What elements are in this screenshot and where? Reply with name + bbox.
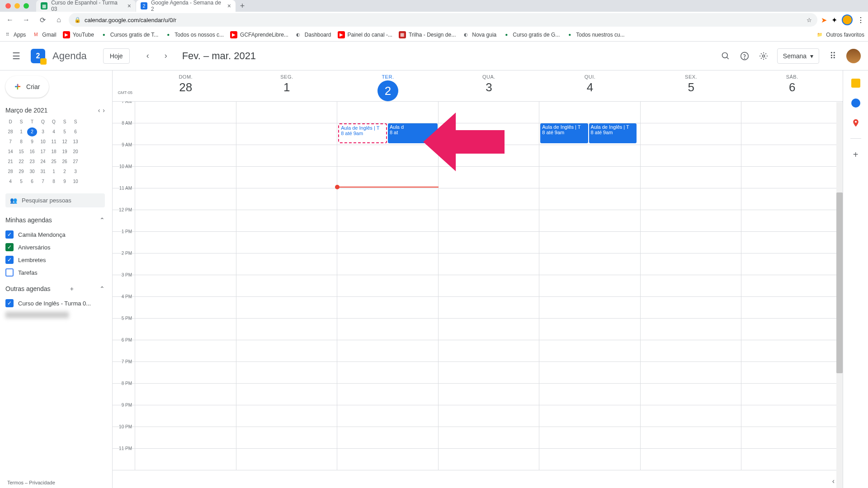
other-bookmarks[interactable]: 📁Outros favoritos: [816, 31, 864, 38]
calendar-list-item[interactable]: Tarefas: [5, 266, 105, 279]
vertical-scrollbar[interactable]: [836, 102, 843, 488]
mini-day[interactable]: 15: [16, 147, 26, 156]
checkbox[interactable]: ✓: [5, 299, 14, 307]
mini-day[interactable]: 11: [49, 137, 59, 146]
bookmark-item[interactable]: ●Cursos gratis de T...: [100, 31, 159, 38]
checkbox[interactable]: [5, 268, 14, 277]
mini-day[interactable]: 3: [38, 127, 48, 136]
bookmark-item[interactable]: ▦Trilha - Design de...: [399, 31, 456, 38]
gmail-bookmark[interactable]: MGmail: [32, 31, 56, 38]
star-icon[interactable]: ☆: [807, 17, 812, 23]
mini-day[interactable]: 18: [49, 147, 59, 156]
calendar-list-item[interactable]: ✓Lembretes: [5, 253, 105, 266]
keep-icon[interactable]: [851, 79, 860, 88]
mini-day[interactable]: 7: [38, 177, 48, 186]
main-menu-button[interactable]: ☰: [7, 47, 25, 65]
maps-icon[interactable]: [851, 118, 860, 127]
day-header[interactable]: DOM.28: [135, 70, 236, 101]
day-column[interactable]: [641, 102, 742, 470]
mini-day[interactable]: 30: [27, 167, 37, 176]
mini-day[interactable]: 20: [71, 147, 80, 156]
mini-day[interactable]: 4: [5, 177, 15, 186]
address-bar[interactable]: 🔒 calendar.google.com/calendar/u/0/r ☆: [69, 13, 817, 27]
back-button[interactable]: ←: [4, 14, 16, 26]
calendar-list-item[interactable]: ✓Curso de Inglês - Turma 0...: [5, 297, 105, 310]
mini-day[interactable]: 10: [38, 137, 48, 146]
day-column[interactable]: [135, 102, 236, 470]
day-header[interactable]: TER.2: [337, 70, 439, 101]
checkbox[interactable]: ✓: [5, 256, 14, 264]
search-people-input[interactable]: 👥 Pesquisar pessoas: [5, 193, 105, 207]
mini-day[interactable]: 7: [5, 137, 15, 146]
mini-day[interactable]: 13: [71, 137, 80, 146]
calendar-list-item[interactable]: ✓Camila Mendonça: [5, 228, 105, 241]
mini-day[interactable]: 22: [16, 157, 26, 166]
prev-month-button[interactable]: ‹: [98, 107, 100, 114]
mini-day[interactable]: 6: [71, 127, 80, 136]
youtube-bookmark[interactable]: ▶YouTube: [63, 31, 94, 38]
mini-day[interactable]: 27: [71, 157, 80, 166]
mini-day[interactable]: 21: [5, 157, 15, 166]
view-selector[interactable]: Semana▾: [777, 48, 819, 64]
mini-day[interactable]: 23: [27, 157, 37, 166]
bookmark-item[interactable]: ▶GCFAprendeLibre...: [230, 31, 288, 38]
extension-icon[interactable]: ➤: [821, 16, 827, 24]
close-tab-icon[interactable]: ×: [227, 2, 231, 9]
bookmark-item[interactable]: ●Todos os nossos c...: [165, 31, 224, 38]
other-calendars-section[interactable]: Outras agendas + ⌃: [5, 285, 105, 292]
settings-icon[interactable]: [758, 51, 769, 61]
prev-week-button[interactable]: ‹: [141, 49, 155, 63]
mini-day[interactable]: 4: [49, 127, 59, 136]
today-button[interactable]: Hoje: [103, 48, 130, 64]
bookmark-item[interactable]: ◐Dashboard: [295, 31, 331, 38]
reload-button[interactable]: ⟳: [36, 14, 49, 26]
day-header[interactable]: SÁB.6: [741, 70, 843, 101]
mini-day[interactable]: 1: [49, 167, 59, 176]
browser-tab-1[interactable]: ▦ Curso de Espanhol - Turma 03 ×: [36, 0, 136, 12]
mini-day[interactable]: 3: [71, 167, 80, 176]
next-month-button[interactable]: ›: [103, 107, 105, 114]
event-drag-ghost[interactable]: Aula de Inglês | T 8 até 9am: [338, 123, 387, 143]
mini-day[interactable]: 1: [16, 127, 26, 136]
calendar-event[interactable]: Aula de Inglês | T 8 até 9am: [589, 123, 637, 143]
mini-day[interactable]: 5: [60, 127, 70, 136]
apps-bookmark[interactable]: ⠿Apps: [4, 31, 26, 38]
calendar-list-item[interactable]: ✓Aniversários: [5, 241, 105, 253]
minimize-window[interactable]: [14, 3, 20, 9]
account-avatar[interactable]: [846, 49, 861, 63]
mini-day[interactable]: 2: [27, 127, 37, 136]
mini-day[interactable]: 28: [5, 167, 15, 176]
mini-day[interactable]: 6: [27, 177, 37, 186]
create-button[interactable]: + Criar: [5, 76, 49, 98]
add-calendar-icon[interactable]: +: [70, 285, 74, 292]
day-column[interactable]: [539, 102, 641, 470]
mini-day[interactable]: 8: [16, 137, 26, 146]
mini-day[interactable]: 2: [60, 167, 70, 176]
mini-day[interactable]: 14: [5, 147, 15, 156]
close-tab-icon[interactable]: ×: [127, 2, 131, 9]
day-header[interactable]: SEX.5: [641, 70, 742, 101]
google-apps-icon[interactable]: ⠿: [827, 51, 838, 61]
mini-day[interactable]: 16: [27, 147, 37, 156]
maximize-window[interactable]: [24, 3, 29, 9]
menu-icon[interactable]: ⋮: [857, 16, 864, 24]
home-button[interactable]: ⌂: [52, 14, 65, 26]
mini-day[interactable]: 10: [71, 177, 80, 186]
mini-day[interactable]: 19: [60, 147, 70, 156]
mini-day[interactable]: 17: [38, 147, 48, 156]
mini-day[interactable]: 25: [49, 157, 59, 166]
mini-day[interactable]: 12: [60, 137, 70, 146]
help-icon[interactable]: [739, 51, 750, 61]
date-range[interactable]: Fev. – mar. 2021: [182, 50, 256, 62]
day-header[interactable]: SEG.1: [236, 70, 338, 101]
next-week-button[interactable]: ›: [159, 49, 173, 63]
profile-avatar[interactable]: [842, 14, 853, 25]
mini-day[interactable]: 28: [5, 127, 15, 136]
extensions-icon[interactable]: ✦: [831, 16, 837, 24]
new-tab-button[interactable]: +: [236, 1, 249, 11]
browser-tab-2[interactable]: 2 Google Agenda - Semana de 2 ×: [136, 0, 236, 12]
forward-button[interactable]: →: [20, 14, 33, 26]
add-addon-icon[interactable]: +: [851, 150, 860, 159]
mini-day[interactable]: 9: [27, 137, 37, 146]
checkbox[interactable]: ✓: [5, 243, 14, 251]
